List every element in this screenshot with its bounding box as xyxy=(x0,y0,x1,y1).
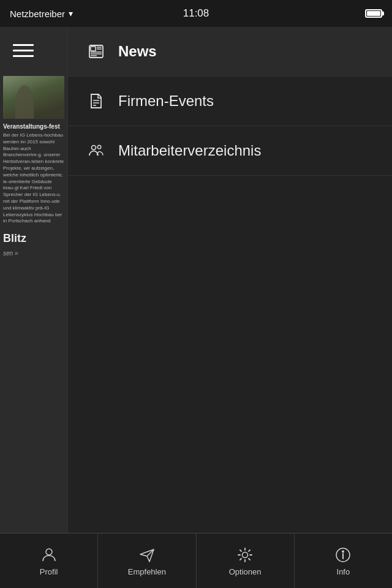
article-image xyxy=(3,76,64,119)
svg-point-10 xyxy=(92,146,96,150)
tab-bar: Profil Empfehlen Optionen xyxy=(0,533,392,588)
carrier-text: Netzbetreiber ▾ xyxy=(10,9,73,19)
left-panel: Veranstaltungs-fest Bei der IG Lebens-ho… xyxy=(0,27,67,533)
news-icon xyxy=(85,40,107,62)
menu-item-news-label: News xyxy=(118,43,157,60)
tab-info[interactable]: Info xyxy=(295,533,392,588)
menu-item-firmen-events[interactable]: Firmen-Events xyxy=(68,77,392,126)
hamburger-bar-3 xyxy=(13,55,34,57)
left-article-content: Veranstaltungs-fest Bei der IG Lebens-ho… xyxy=(0,69,67,263)
status-bar: Netzbetreiber ▾ 11:08 xyxy=(0,0,392,27)
tab-optionen[interactable]: Optionen xyxy=(197,533,295,588)
info-icon xyxy=(334,546,352,564)
svg-point-11 xyxy=(97,145,101,149)
battery-area xyxy=(365,9,382,18)
profil-icon xyxy=(40,546,58,564)
article-text-block: Veranstaltungs-fest Bei der IG Lebens-ho… xyxy=(0,123,67,225)
hamburger-button[interactable] xyxy=(5,32,42,69)
wifi-icon: ▾ xyxy=(69,9,73,18)
menu-item-mitarbeiter[interactable]: Mitarbeiterverzeichnis xyxy=(68,126,392,176)
time-display: 11:08 xyxy=(183,7,209,20)
menu-item-events-label: Firmen-Events xyxy=(118,92,214,110)
optionen-icon xyxy=(236,546,254,564)
menu-item-mitarbeiter-label: Mitarbeiterverzeichnis xyxy=(118,142,261,159)
svg-rect-1 xyxy=(91,47,96,51)
menu-item-news[interactable]: News xyxy=(68,27,392,77)
article-title: Veranstaltungs-fest xyxy=(3,123,64,130)
tab-empfehlen-label: Empfehlen xyxy=(128,567,166,576)
tab-profil-label: Profil xyxy=(40,567,58,576)
events-icon xyxy=(85,90,107,112)
more-link[interactable]: sen » xyxy=(0,247,67,260)
hamburger-bar-2 xyxy=(13,50,34,51)
blitz-label: Blitz xyxy=(0,225,67,247)
empfehlen-icon xyxy=(138,546,156,564)
article-body: Bei der IG Lebens-hochbau werden im 2015… xyxy=(3,132,64,225)
svg-point-18 xyxy=(342,551,344,552)
people-icon xyxy=(85,140,107,162)
battery-icon xyxy=(365,9,382,18)
right-menu-panel: News Firmen-Events xyxy=(67,27,392,533)
hamburger-bar-1 xyxy=(13,44,34,46)
tab-profil[interactable]: Profil xyxy=(0,533,98,588)
svg-point-12 xyxy=(46,549,52,555)
main-layout: Veranstaltungs-fest Bei der IG Lebens-ho… xyxy=(0,27,392,533)
tab-info-label: Info xyxy=(337,567,350,576)
svg-point-15 xyxy=(243,552,248,557)
tab-optionen-label: Optionen xyxy=(229,567,262,576)
tab-empfehlen[interactable]: Empfehlen xyxy=(98,533,196,588)
